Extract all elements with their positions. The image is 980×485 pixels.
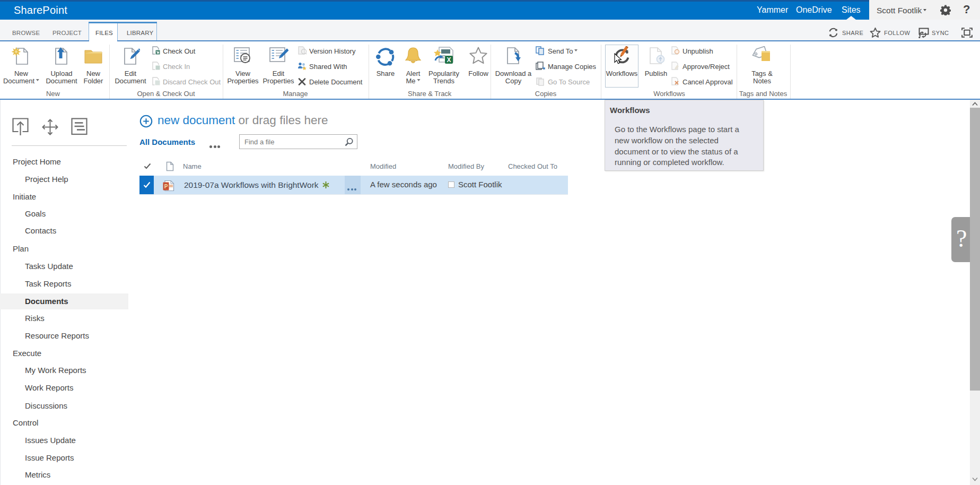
svg-text:X: X [447,56,451,64]
svg-text:P: P [164,184,168,189]
